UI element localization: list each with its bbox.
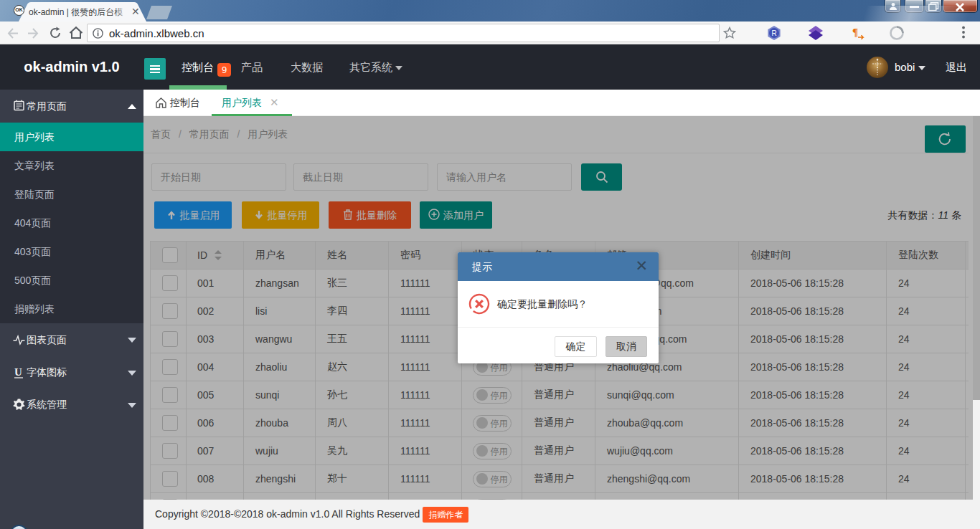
svg-text:U: U [14, 366, 22, 378]
svg-text:R: R [771, 29, 776, 37]
svg-text:¶: ¶ [852, 27, 858, 38]
